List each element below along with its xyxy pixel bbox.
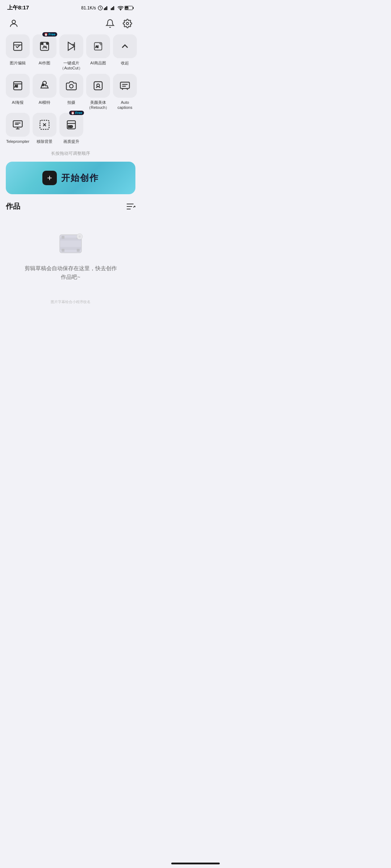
- tool-remove-bg[interactable]: 移除背景: [33, 113, 56, 144]
- svg-point-43: [79, 235, 81, 238]
- settings-icon[interactable]: [121, 17, 134, 30]
- tool-ai-model[interactable]: AI AI模特: [33, 74, 56, 110]
- tools-row-1: 图片编辑 Free AI AI作图: [6, 34, 135, 71]
- works-title: 作品: [6, 201, 20, 211]
- tool-ai-poster[interactable]: AI AI海报: [6, 74, 30, 110]
- status-time: 上午8:17: [7, 4, 29, 11]
- svg-rect-14: [14, 42, 22, 51]
- svg-point-24: [70, 84, 73, 88]
- tool-icon-retouch: [86, 74, 110, 98]
- svg-rect-3: [106, 6, 108, 10]
- tool-collapse[interactable]: 收起: [113, 34, 137, 71]
- svg-rect-2: [105, 7, 106, 10]
- tool-icon-ai-draw: Free AI: [33, 34, 56, 58]
- tool-label-remove-bg: 移除背景: [37, 139, 52, 144]
- tool-icon-camera: [59, 74, 83, 98]
- svg-marker-18: [68, 42, 75, 51]
- svg-text:HD: HD: [68, 125, 73, 128]
- film-icon: [56, 229, 85, 258]
- svg-point-16: [46, 43, 48, 44]
- svg-text:AI: AI: [96, 45, 98, 48]
- status-bar: 上午8:17 81.1K/s: [0, 0, 141, 14]
- svg-text:AI: AI: [42, 83, 45, 85]
- network-speed: 81.1K/s: [81, 5, 96, 10]
- svg-rect-38: [62, 236, 64, 239]
- tool-label-auto-captions: Auto captions: [113, 100, 137, 110]
- svg-rect-28: [13, 121, 22, 127]
- tool-icon-remove-bg: [33, 113, 56, 137]
- svg-rect-1: [104, 8, 105, 10]
- signal-icon: [104, 5, 110, 10]
- status-icons: 43: [98, 5, 134, 10]
- svg-rect-41: [77, 249, 80, 252]
- battery-icon: 43: [125, 5, 134, 10]
- tool-label-collapse: 收起: [121, 60, 129, 65]
- tool-icon-ai-product: AI: [86, 34, 110, 58]
- tool-icon-auto-captions: [113, 74, 137, 98]
- works-section: 作品 剪辑草稿会自动保存在这里，快去创作 作品吧~: [0, 201, 141, 296]
- tool-icon-autocut: [59, 34, 83, 58]
- empty-slot-2: [113, 113, 137, 144]
- svg-point-12: [12, 20, 15, 24]
- tool-autocut[interactable]: 一键成片 （AutoCut）: [59, 34, 83, 71]
- svg-rect-6: [113, 6, 114, 10]
- tool-label-ai-product: AI商品图: [90, 60, 106, 65]
- tool-label-retouch: 美颜美体 （Retouch）: [87, 100, 110, 110]
- svg-rect-40: [62, 249, 64, 252]
- tool-ai-product[interactable]: AI AI商品图: [86, 34, 110, 71]
- tool-label-img-edit: 图片编辑: [10, 60, 26, 65]
- nav-right-icons: [104, 17, 134, 30]
- badge-free-enhance: Free: [69, 111, 84, 115]
- svg-text:AI: AI: [14, 84, 18, 88]
- tool-img-edit[interactable]: 图片编辑: [6, 34, 30, 71]
- create-plus-icon: +: [42, 171, 57, 185]
- tools-row-2: AI AI海报 AI AI模特 拍摄: [6, 74, 135, 110]
- drag-hint: 长按拖动可调整顺序: [0, 147, 141, 162]
- sort-icon[interactable]: [127, 203, 135, 210]
- tool-teleprompter[interactable]: Teleprompter: [6, 113, 30, 144]
- empty-slot-1: [86, 113, 110, 144]
- works-header: 作品: [6, 201, 135, 211]
- signal-icon2: [111, 5, 117, 10]
- tool-icon-ai-model: AI: [33, 74, 56, 98]
- create-text: 开始创作: [61, 172, 99, 184]
- tool-label-ai-poster: AI海报: [12, 100, 24, 105]
- tool-ai-draw[interactable]: Free AI AI作图: [33, 34, 56, 71]
- svg-rect-5: [112, 7, 113, 10]
- notification-icon[interactable]: [104, 17, 117, 30]
- tool-camera[interactable]: 拍摄: [59, 74, 83, 110]
- tool-icon-collapse: [113, 34, 137, 58]
- tools-row-3: Teleprompter 移除背景 Free HD 画质提升: [6, 113, 135, 144]
- tool-retouch[interactable]: 美颜美体 （Retouch）: [86, 74, 110, 110]
- tool-icon-teleprompter: [6, 113, 30, 137]
- watermark: 图片字幕绘合小程序纹名: [0, 296, 141, 315]
- empty-text: 剪辑草稿会自动保存在这里，快去创作 作品吧~: [25, 264, 117, 281]
- alarm-icon: [98, 5, 103, 10]
- tools-section: 图片编辑 Free AI AI作图: [0, 34, 141, 144]
- profile-icon[interactable]: [7, 17, 20, 30]
- tool-auto-captions[interactable]: Auto captions: [113, 74, 137, 110]
- tool-icon-ai-poster: AI: [6, 74, 30, 98]
- status-right: 81.1K/s: [81, 5, 134, 10]
- wifi-icon: [118, 5, 123, 10]
- tool-label-ai-draw: AI作图: [39, 60, 50, 65]
- svg-rect-27: [121, 82, 130, 89]
- tool-icon-enhance: Free HD: [59, 113, 83, 137]
- tool-label-ai-model: AI模特: [39, 100, 50, 105]
- svg-point-7: [120, 9, 121, 10]
- tool-icon-img-edit: [6, 34, 30, 58]
- create-button[interactable]: + 开始创作: [6, 162, 135, 194]
- svg-rect-25: [94, 81, 102, 90]
- badge-free-ai-draw: Free: [42, 32, 57, 37]
- top-nav: [0, 14, 141, 34]
- empty-state: 剪辑草稿会自动保存在这里，快去创作 作品吧~: [6, 218, 135, 296]
- create-section: + 开始创作: [0, 162, 141, 201]
- svg-rect-9: [133, 7, 134, 9]
- tool-label-teleprompter: Teleprompter: [6, 139, 29, 144]
- tool-enhance[interactable]: Free HD 画质提升: [59, 113, 83, 144]
- svg-text:AI: AI: [41, 42, 43, 45]
- svg-point-13: [126, 22, 129, 25]
- svg-text:43: 43: [126, 7, 128, 9]
- tool-label-camera: 拍摄: [67, 100, 75, 105]
- svg-rect-4: [111, 8, 112, 10]
